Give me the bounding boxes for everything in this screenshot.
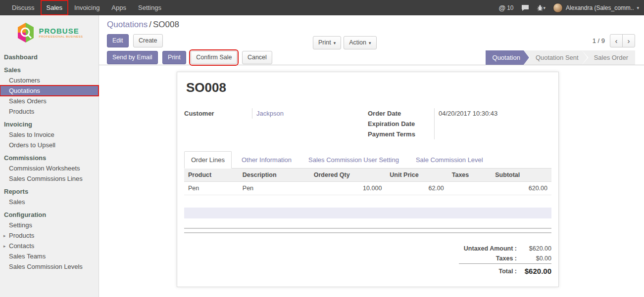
create-button[interactable]: Create bbox=[133, 34, 163, 47]
breadcrumb: Quotations/SO008 bbox=[99, 15, 644, 32]
customer-value-link[interactable]: Jackpson bbox=[252, 108, 368, 119]
sidebar-section-invoicing: Invoicing bbox=[0, 117, 99, 129]
cell-ordered-qty: 10.000 bbox=[310, 182, 386, 195]
sidebar-item-quotations[interactable]: Quotations bbox=[0, 85, 99, 96]
order-lines-table: Product Description Ordered Qty Unit Pri… bbox=[184, 169, 551, 195]
sidebar-item-sales-commissions-lines[interactable]: Sales Commissions Lines bbox=[0, 173, 99, 184]
expand-arrow-icon: ▸ bbox=[3, 233, 6, 239]
cell-subtotal: 620.00 bbox=[491, 182, 551, 195]
sidebar-nav: Dashboard Sales Customers Quotations Sal… bbox=[0, 49, 99, 272]
cancel-button[interactable]: Cancel bbox=[242, 51, 272, 64]
expiration-date-value bbox=[434, 119, 551, 129]
tab-other-information[interactable]: Other Information bbox=[235, 151, 298, 169]
tab-sales-commission-user-setting[interactable]: Sales Commission User Setting bbox=[301, 151, 406, 169]
cell-unit-price: 62.00 bbox=[386, 182, 447, 195]
control-panel-row1: Edit Create Print▾ Action▾ 1 / 9 ‹ › bbox=[99, 32, 644, 50]
col-ordered-qty[interactable]: Ordered Qty bbox=[310, 169, 386, 182]
control-panel-center: Print▾ Action▾ bbox=[313, 34, 379, 49]
taxes-value: $0.00 bbox=[517, 254, 551, 264]
total-row: Total : $620.00 bbox=[459, 264, 551, 277]
untaxed-amount-label: Untaxed Amount : bbox=[459, 244, 517, 254]
total-label: Total : bbox=[459, 264, 517, 277]
sidebar-item-config-products[interactable]: ▸Products bbox=[0, 230, 99, 241]
sidebar-item-commission-worksheets[interactable]: Commission Worksheets bbox=[0, 163, 99, 173]
tab-sale-commission-level[interactable]: Sale Commission Level bbox=[409, 151, 490, 169]
customer-label: Customer bbox=[184, 108, 252, 119]
untaxed-amount-value: $620.00 bbox=[517, 244, 551, 254]
sidebar-item-sales-orders[interactable]: Sales Orders bbox=[0, 96, 99, 106]
sidebar-item-config-settings[interactable]: Settings bbox=[0, 220, 99, 230]
breadcrumb-quotations-link[interactable]: Quotations bbox=[107, 20, 148, 29]
sidebar-item-dashboard[interactable]: Dashboard bbox=[0, 49, 99, 62]
user-menu[interactable]: Alexandra (Sales_comm.. ▾ bbox=[553, 3, 639, 13]
sidebar-item-label: Contacts bbox=[9, 242, 34, 250]
col-description[interactable]: Description bbox=[239, 169, 310, 182]
probuse-logo-icon bbox=[16, 22, 36, 43]
state-quotation-sent[interactable]: Quotation Sent bbox=[524, 50, 588, 65]
field-groups: Customer Jackpson Order Date 04/20/2017 … bbox=[184, 108, 551, 139]
action-dropdown-button[interactable]: Action▾ bbox=[344, 36, 376, 49]
caret-down-icon: ▾ bbox=[334, 41, 336, 45]
print-button[interactable]: Print bbox=[162, 51, 186, 64]
statusbar: Quotation Quotation Sent Sales Order bbox=[486, 50, 635, 65]
print-dropdown-label: Print bbox=[318, 39, 331, 46]
separator-line bbox=[184, 228, 551, 229]
edit-button[interactable]: Edit bbox=[107, 34, 129, 47]
col-subtotal[interactable]: Subtotal bbox=[491, 169, 551, 182]
separator-line bbox=[184, 232, 551, 233]
table-row[interactable]: Pen Pen 10.000 62.00 620.00 bbox=[184, 182, 551, 195]
print-dropdown-button[interactable]: Print▾ bbox=[313, 36, 341, 49]
cell-description: Pen bbox=[239, 182, 310, 195]
breadcrumb-current: SO008 bbox=[153, 20, 179, 29]
caret-down-icon: ▾ bbox=[637, 5, 639, 10]
col-taxes[interactable]: Taxes bbox=[448, 169, 492, 182]
control-panel-row2: Send by Email Print Confirm Sale Cancel … bbox=[99, 50, 644, 65]
debug-icon[interactable]: ▾ bbox=[537, 4, 546, 11]
avatar bbox=[553, 3, 563, 13]
sidebar-item-label: Products bbox=[9, 232, 34, 239]
breadcrumb-separator: / bbox=[148, 20, 153, 29]
messages-icon[interactable] bbox=[521, 4, 529, 11]
sidebar-item-orders-to-upsell[interactable]: Orders to Upsell bbox=[0, 140, 99, 150]
topbar-right: @ 10 ▾ Alexandra (Sales_comm.. ▾ bbox=[499, 0, 639, 15]
order-date-value: 04/20/2017 10:30:43 bbox=[434, 108, 551, 119]
state-sales-order[interactable]: Sales Order bbox=[582, 50, 635, 65]
sidebar-item-sales-commission-levels[interactable]: Sales Commission Levels bbox=[0, 261, 99, 272]
expand-arrow-icon: ▸ bbox=[3, 243, 6, 250]
menu-settings[interactable]: Settings bbox=[132, 0, 167, 15]
send-by-email-button[interactable]: Send by Email bbox=[107, 51, 158, 64]
sidebar-item-config-contacts[interactable]: ▸Contacts bbox=[0, 241, 99, 251]
confirm-sale-button[interactable]: Confirm Sale bbox=[191, 51, 237, 64]
menu-apps[interactable]: Apps bbox=[105, 0, 132, 15]
empty-list-stripe bbox=[184, 208, 551, 218]
menu-invoicing[interactable]: Invoicing bbox=[68, 0, 105, 15]
cell-taxes bbox=[448, 182, 492, 195]
col-unit-price[interactable]: Unit Price bbox=[386, 169, 447, 182]
sidebar-item-reports-sales[interactable]: Sales bbox=[0, 197, 99, 207]
app-window: Discuss Sales Invoicing Apps Settings @ … bbox=[0, 0, 644, 297]
sidebar-item-customers[interactable]: Customers bbox=[0, 75, 99, 85]
tab-order-lines[interactable]: Order Lines bbox=[184, 151, 232, 169]
sidebar-item-sales-teams[interactable]: Sales Teams bbox=[0, 251, 99, 261]
sidebar-section-reports: Reports bbox=[0, 184, 99, 197]
table-header-row: Product Description Ordered Qty Unit Pri… bbox=[184, 169, 551, 182]
notebook-tabs: Order Lines Other Information Sales Comm… bbox=[184, 151, 551, 169]
menu-sales[interactable]: Sales bbox=[41, 0, 69, 15]
cell-product[interactable]: Pen bbox=[184, 182, 239, 195]
pager-previous-button[interactable]: ‹ bbox=[610, 34, 623, 47]
expiration-date-label: Expiration Date bbox=[368, 119, 434, 129]
untaxed-amount-row: Untaxed Amount : $620.00 bbox=[459, 244, 551, 254]
activity-menu[interactable]: @ 10 bbox=[499, 4, 514, 12]
order-date-label: Order Date bbox=[368, 108, 434, 119]
sidebar-section-sales: Sales bbox=[0, 62, 99, 75]
col-product[interactable]: Product bbox=[184, 169, 239, 182]
menu-discuss[interactable]: Discuss bbox=[6, 0, 41, 15]
sidebar-item-products[interactable]: Products bbox=[0, 106, 99, 117]
sidebar-item-sales-to-invoice[interactable]: Sales to Invoice bbox=[0, 129, 99, 140]
pager-next-button[interactable]: › bbox=[622, 34, 635, 47]
caret-down-icon: ▾ bbox=[369, 41, 371, 45]
top-menu-list: Discuss Sales Invoicing Apps Settings bbox=[6, 0, 167, 15]
state-quotation[interactable]: Quotation bbox=[486, 50, 529, 65]
activity-count: 10 bbox=[507, 4, 513, 11]
payment-terms-value bbox=[434, 129, 551, 139]
